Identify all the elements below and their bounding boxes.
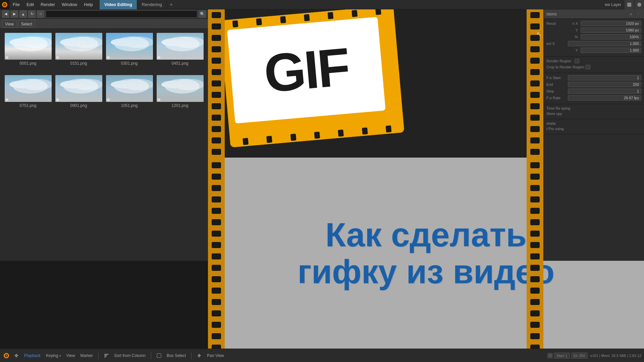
thumb-item-0451[interactable]: ▣ 0451.png bbox=[155, 32, 205, 67]
keying-menu[interactable]: Keying ▾ bbox=[45, 353, 62, 359]
divider-3 bbox=[191, 352, 192, 359]
view-dropdown[interactable]: View bbox=[2, 20, 17, 27]
pan-view-icon[interactable] bbox=[196, 352, 203, 359]
tab-video-editing[interactable]: Video Editing bbox=[100, 0, 137, 9]
box-select-btn[interactable]: Box Select bbox=[165, 353, 187, 359]
fh3 bbox=[280, 16, 286, 23]
frame-step-label: Step bbox=[546, 89, 567, 93]
metadata-row: etada bbox=[546, 121, 641, 125]
frame-end-value[interactable]: 250 bbox=[568, 82, 641, 87]
playback-menu[interactable]: Playback bbox=[23, 353, 42, 359]
thumb-image-0151: ▣ bbox=[55, 33, 102, 60]
main-preview-area: GIF bbox=[208, 9, 543, 157]
select-dropdown[interactable]: Select bbox=[18, 20, 35, 27]
menu-edit[interactable]: Edit bbox=[23, 0, 37, 9]
frame-start-value[interactable]: 1 bbox=[568, 75, 641, 80]
marker-menu[interactable]: Marker bbox=[79, 353, 94, 359]
menu-window[interactable]: Window bbox=[58, 0, 80, 9]
box-select-icon[interactable] bbox=[155, 352, 163, 359]
film-hole-7 bbox=[212, 80, 221, 86]
rfh4 bbox=[530, 46, 540, 52]
memory-info: s:0/1 | Mem: 26.5 MiB | 2.83.12 bbox=[590, 354, 641, 358]
thumbnail-grid: ▣ 0001.png ▣ 0151.png ▣ 0301.png ▣ 0451.… bbox=[0, 29, 208, 70]
thumb-label-0451: 0451.png bbox=[171, 61, 188, 66]
thumb-item-1051[interactable]: ▣ 1051.png bbox=[104, 74, 155, 109]
film-hole-13 bbox=[212, 149, 221, 155]
render-btn[interactable] bbox=[635, 0, 644, 9]
fbh6 bbox=[362, 127, 368, 134]
file-browser-panel: ◀ ▶ ▲ ↻ ☆ 🔍 View Select ▣ 0001.png ▣ 015… bbox=[0, 9, 208, 261]
tab-rendering[interactable]: Rendering bbox=[137, 0, 167, 9]
nav-refresh-btn[interactable]: ↻ bbox=[28, 10, 36, 18]
render-region-checkbox[interactable] bbox=[575, 59, 579, 63]
cursor-pointer-icon: ↖ bbox=[536, 30, 542, 38]
nav-up-btn[interactable]: ▲ bbox=[19, 10, 27, 18]
svg-rect-8 bbox=[104, 354, 108, 355]
menu-file[interactable]: File bbox=[9, 0, 23, 9]
frame-start-label: F e Start bbox=[546, 76, 567, 80]
film-hole-6 bbox=[212, 69, 221, 75]
frame-step-value[interactable]: 1 bbox=[568, 88, 641, 94]
pan-view-btn[interactable]: Pan View bbox=[206, 353, 225, 359]
render-region-label: Render Region bbox=[546, 59, 573, 63]
metadata-section: etada t Pro ssing bbox=[544, 119, 644, 134]
fh6 bbox=[352, 10, 358, 17]
start-frame-info: Start 1 bbox=[554, 353, 570, 359]
fbh2 bbox=[266, 136, 272, 143]
rfh11 bbox=[530, 126, 540, 132]
thumb-image-0451: ▣ bbox=[157, 33, 204, 60]
film-hole-8 bbox=[212, 92, 221, 98]
path-input[interactable] bbox=[46, 10, 197, 18]
asp-y-suffix: Y bbox=[568, 48, 578, 52]
menu-render[interactable]: Render bbox=[37, 0, 58, 9]
fbh4 bbox=[314, 132, 320, 139]
asp-x-label: ect X bbox=[546, 42, 567, 46]
asp-x-value[interactable]: 1.000 bbox=[568, 41, 641, 46]
film-hole-12 bbox=[212, 137, 221, 143]
sort-from-column-icon[interactable] bbox=[103, 352, 110, 359]
nav-forward-btn[interactable]: ▶ bbox=[11, 10, 18, 18]
res-pct-value[interactable]: 100% bbox=[581, 34, 641, 40]
fh5 bbox=[328, 12, 334, 19]
frame-clock-icon[interactable] bbox=[547, 353, 553, 358]
nav-back-btn[interactable]: ◀ bbox=[2, 10, 9, 18]
add-workspace-btn[interactable]: + bbox=[167, 2, 175, 8]
thumb-item-1201[interactable]: ▣ 1201.png bbox=[155, 74, 205, 109]
bottom-logo-icon bbox=[3, 352, 10, 359]
panel-more-btn[interactable]: ⋮ bbox=[635, 11, 641, 17]
thumb-item-0001[interactable]: ▣ 0001.png bbox=[3, 32, 53, 67]
menu-help[interactable]: Help bbox=[80, 0, 96, 9]
scene-btn[interactable] bbox=[625, 0, 634, 9]
thumb-item-0301[interactable]: ▣ 0301.png bbox=[104, 32, 155, 67]
film-hole-10 bbox=[212, 115, 221, 121]
thumb-item-0901[interactable]: ▣ 0901.png bbox=[53, 74, 104, 109]
frame-end-row: End 250 bbox=[546, 82, 641, 87]
thumb-item-0751[interactable]: ▣ 0751.png bbox=[3, 74, 53, 109]
resolution-pct-row: % 100% bbox=[546, 34, 641, 40]
panel-list-btn[interactable]: ≡ bbox=[628, 11, 634, 17]
nav-bookmark-btn[interactable]: ☆ bbox=[37, 10, 44, 18]
res-x-value[interactable]: 1920 px bbox=[581, 21, 641, 26]
thumbnail-grid-row2: ▣ 0751.png ▣ 0901.png ▣ 1051.png ▣ 1201.… bbox=[0, 71, 208, 112]
res-pct-suffix: % bbox=[568, 35, 578, 39]
frame-rate-value[interactable]: 29.97 fps bbox=[568, 95, 641, 101]
frame-start-row: F e Start 1 bbox=[546, 75, 641, 80]
transform-icon[interactable]: ✥ bbox=[13, 352, 20, 359]
search-btn[interactable]: 🔍 bbox=[199, 10, 206, 18]
thumb-item-0151[interactable]: ▣ 0151.png bbox=[53, 32, 104, 67]
thumb-label-0301: 0301.png bbox=[121, 61, 138, 66]
asp-y-value[interactable]: 1.000 bbox=[581, 48, 641, 53]
render-region-row: Render Region bbox=[546, 59, 641, 63]
blender-logo bbox=[0, 0, 9, 9]
film-hole-2 bbox=[212, 23, 221, 29]
resolution-y-row: Y 1080 px bbox=[546, 27, 641, 33]
sort-from-column-btn[interactable]: Sort from Column bbox=[113, 353, 147, 359]
thumb-label-1201: 1201.png bbox=[171, 103, 188, 108]
rfh1 bbox=[530, 12, 540, 18]
thumb-label-0151: 0151.png bbox=[70, 61, 87, 66]
crop-render-checkbox[interactable] bbox=[586, 65, 590, 69]
frame-rate-row: F e Rate 29.97 fps bbox=[546, 95, 641, 101]
res-y-value[interactable]: 1080 px bbox=[581, 27, 641, 33]
svg-point-7 bbox=[6, 355, 7, 356]
view-menu[interactable]: View bbox=[65, 353, 76, 359]
